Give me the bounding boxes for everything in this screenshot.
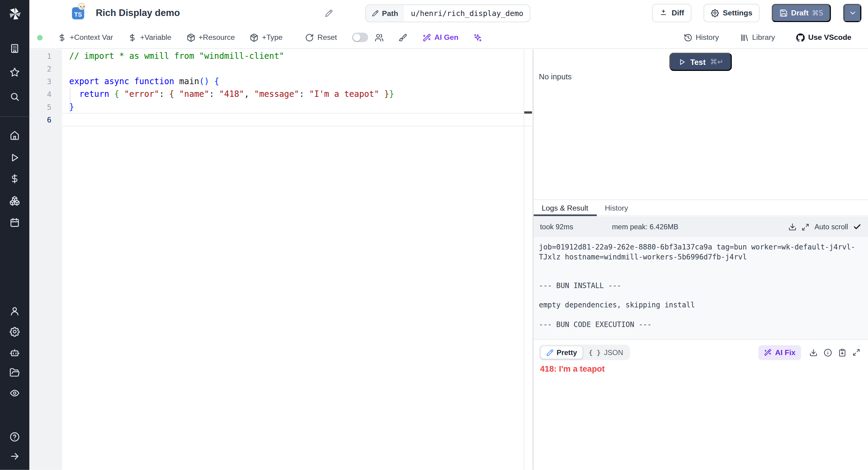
package-icon — [186, 33, 195, 41]
topbar-actions: Diff Settings Draft ⌘S Deploy — [652, 4, 861, 22]
toolbar-button-library[interactable]: Library — [740, 33, 775, 41]
pencil-icon — [372, 10, 378, 17]
settings-button[interactable]: Settings — [704, 4, 760, 22]
sidebar-item-search[interactable] — [0, 91, 29, 102]
json-view-button[interactable]: { } JSON — [583, 346, 629, 359]
sidebar-item-settings[interactable] — [0, 326, 29, 337]
line-number: 5 — [29, 101, 51, 113]
wand-icon — [764, 348, 772, 356]
search-icon — [9, 91, 20, 102]
draft-button[interactable]: Draft ⌘S — [772, 4, 831, 22]
rotate-cw-icon — [305, 33, 314, 41]
page-title: Rich Display demo — [96, 8, 180, 19]
sidebar-item-audit-logs[interactable] — [0, 388, 29, 399]
error-result-text: 418: I'm a teapot — [540, 364, 605, 374]
code-line-1: // import * as wmill from "windmill-clie… — [69, 50, 522, 62]
run-info-bar: took 92ms mem peak: 6.426MB Auto scroll — [533, 216, 868, 237]
code-editor[interactable]: 123456 // import * as wmill from "windmi… — [29, 49, 532, 470]
diff-button[interactable]: Diff — [652, 4, 691, 22]
toolbar-button-use-vscode[interactable]: Use VScode — [796, 33, 851, 41]
history-icon — [684, 33, 692, 41]
toolbar-button-reset[interactable]: Reset — [305, 33, 337, 41]
sidebar — [0, 0, 29, 470]
line-number: 4 — [29, 88, 51, 101]
test-button[interactable]: Test ⌘↵ — [669, 53, 732, 71]
test-shortcut: ⌘↵ — [710, 58, 723, 66]
result-actions: AI Fix — [758, 345, 861, 360]
script-status-dot — [37, 35, 42, 40]
download-result-icon[interactable] — [809, 348, 818, 357]
edit-title-pencil-icon[interactable] — [325, 9, 333, 17]
expand-logs-icon[interactable] — [802, 223, 809, 231]
sidebar-item-resources[interactable] — [0, 196, 29, 206]
toolbar-button-context-var[interactable]: +Context Var — [58, 33, 113, 41]
run-panel: Test ⌘↵ No inputs Logs & Result History … — [533, 49, 868, 470]
auto-scroll-label[interactable]: Auto scroll — [814, 223, 848, 231]
result-view-switch: Pretty { } JSON — [539, 345, 630, 360]
sidebar-item-favorites[interactable] — [0, 67, 29, 78]
sidebar-item-expand-sidebar[interactable] — [0, 451, 29, 462]
pretty-view-button[interactable]: Pretty — [540, 346, 583, 359]
arrow-right-icon — [9, 451, 20, 462]
user-icon — [9, 306, 20, 317]
line-number: 1 — [29, 50, 51, 62]
sidebar-item-schedules[interactable] — [0, 217, 29, 228]
overview-cursor-mark — [524, 111, 532, 113]
toolbar-right-items: HistoryLibraryUse VScode — [684, 33, 868, 41]
editor-gutter: 123456 — [29, 49, 62, 470]
brush-icon[interactable] — [398, 33, 407, 41]
mem-peak: mem peak: 6.426MB — [612, 223, 678, 231]
sidebar-item-home[interactable] — [0, 130, 29, 141]
pen-icon — [546, 349, 553, 356]
no-inputs-label: No inputs — [539, 72, 572, 81]
deploy-dropdown-button[interactable] — [844, 4, 861, 22]
check-icon[interactable] — [853, 223, 861, 231]
eye-icon — [9, 388, 20, 399]
sidebar-item-folders[interactable] — [0, 368, 29, 378]
save-icon — [779, 9, 788, 17]
sidebar-item-runs[interactable] — [0, 152, 29, 163]
toggle-knob — [353, 34, 360, 41]
code-line-4: return { "error": { "name": "418", "mess… — [69, 88, 522, 101]
tab-logs-and-result[interactable]: Logs & Result — [533, 200, 596, 215]
package-icon — [250, 33, 258, 41]
github-icon — [796, 33, 805, 41]
toolbar-button-ai-gen[interactable]: AI Gen — [422, 33, 458, 41]
main-area: 123456 // import * as wmill from "windmi… — [29, 49, 868, 470]
windmill-script-editor: TS Rich Display demo Path u/henri/rich_d… — [0, 0, 868, 470]
ai-fix-button[interactable]: AI Fix — [758, 345, 801, 360]
sparkles-icon[interactable] — [473, 33, 482, 41]
line-number: 3 — [29, 76, 51, 88]
sidebar-item-users[interactable] — [0, 306, 29, 317]
code-line-5: } — [69, 101, 522, 113]
sidebar-item-variables[interactable] — [0, 173, 29, 184]
sidebar-item-workspace[interactable] — [0, 43, 29, 54]
play-icon — [9, 152, 20, 163]
toolbar-button-type[interactable]: +Type — [250, 33, 283, 41]
code-line-3: export async function main() { — [69, 76, 522, 88]
line-number: 6 — [29, 114, 51, 126]
copy-result-icon[interactable] — [838, 348, 846, 357]
toolbar-button-history[interactable]: History — [684, 33, 719, 41]
topbar: TS Rich Display demo Path u/henri/rich_d… — [29, 0, 868, 27]
editor-toolbar: +Context Var+Variable+Resource+TypeReset… — [29, 27, 868, 49]
tab-history[interactable]: History — [596, 200, 636, 215]
download-logs-icon[interactable] — [788, 223, 797, 231]
sidebar-item-help[interactable] — [0, 432, 29, 442]
gear-icon — [711, 9, 719, 17]
info-icon[interactable] — [824, 348, 832, 357]
expand-result-icon[interactable] — [852, 348, 861, 356]
toolbar-button-variable[interactable]: +Variable — [128, 33, 172, 41]
bot-icon — [9, 348, 20, 358]
dollar-sign-icon — [58, 33, 66, 41]
path-button[interactable]: Path u/henri/rich_display_demo — [365, 4, 530, 22]
users-icon[interactable] — [375, 33, 383, 41]
diff-mode-toggle[interactable] — [352, 33, 368, 42]
toolbar-button-resource[interactable]: +Resource — [186, 33, 235, 41]
deploy-button-group: Deploy — [843, 4, 861, 22]
folder-open-icon — [9, 368, 20, 378]
divider — [533, 339, 868, 340]
windmill-logo-icon[interactable] — [0, 5, 29, 22]
sidebar-item-workers[interactable] — [0, 348, 29, 358]
chevron-down-icon — [848, 9, 857, 17]
